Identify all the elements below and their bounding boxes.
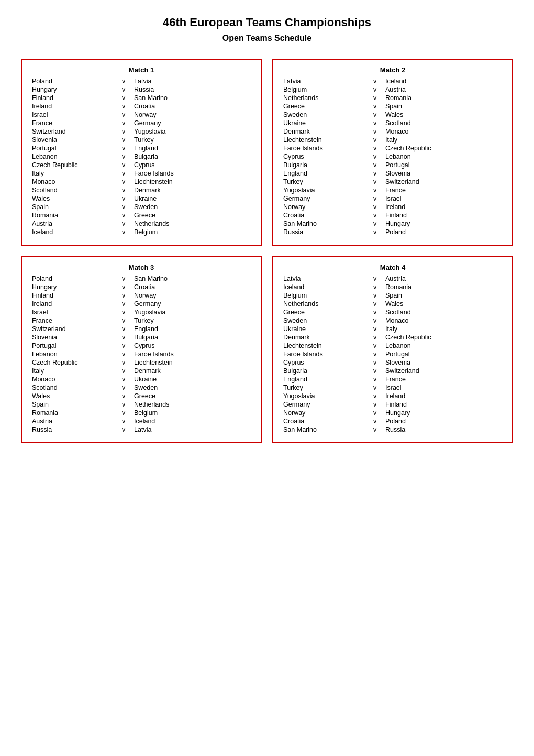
table-row: FinlandvNorway bbox=[30, 291, 252, 300]
team-home: Sweden bbox=[282, 316, 366, 325]
team-home: Faroe Islands bbox=[282, 144, 366, 152]
versus-separator: v bbox=[115, 203, 132, 211]
team-home: Denmark bbox=[282, 127, 366, 136]
team-home: Switzerland bbox=[30, 127, 115, 136]
team-away: Slovenia bbox=[384, 358, 504, 367]
versus-separator: v bbox=[366, 392, 384, 400]
team-away: Greece bbox=[132, 392, 252, 400]
team-home: Hungary bbox=[30, 85, 115, 94]
team-home: Austria bbox=[30, 220, 115, 228]
table-row: ScotlandvDenmark bbox=[30, 186, 252, 194]
table-row: EnglandvFrance bbox=[282, 375, 504, 384]
team-away: Lebanon bbox=[384, 342, 504, 350]
team-away: Greece bbox=[132, 211, 252, 220]
team-away: Finland bbox=[384, 400, 504, 409]
versus-separator: v bbox=[366, 228, 384, 236]
versus-separator: v bbox=[366, 275, 384, 283]
team-away: Hungary bbox=[384, 220, 504, 228]
table-row: ScotlandvSweden bbox=[30, 384, 252, 392]
table-row: WalesvGreece bbox=[30, 392, 252, 400]
versus-separator: v bbox=[115, 136, 132, 144]
team-away: Spain bbox=[384, 291, 504, 300]
match-box-3: Match 3PolandvSan MarinoHungaryvCroatiaF… bbox=[21, 256, 262, 443]
team-away: Poland bbox=[384, 228, 504, 236]
versus-separator: v bbox=[366, 283, 384, 291]
versus-separator: v bbox=[366, 409, 384, 417]
table-row: IcelandvRomania bbox=[282, 283, 504, 291]
team-home: Monaco bbox=[30, 375, 115, 384]
table-row: IrelandvCroatia bbox=[30, 102, 252, 111]
team-away: Croatia bbox=[132, 283, 252, 291]
versus-separator: v bbox=[115, 228, 132, 236]
team-home: Romania bbox=[30, 409, 115, 417]
versus-separator: v bbox=[115, 111, 132, 119]
team-home: Ireland bbox=[30, 300, 115, 308]
team-home: Monaco bbox=[30, 178, 115, 186]
versus-separator: v bbox=[366, 102, 384, 111]
versus-separator: v bbox=[366, 220, 384, 228]
team-away: Czech Republic bbox=[384, 144, 504, 152]
team-home: France bbox=[30, 316, 115, 325]
table-row: CroatiavPoland bbox=[282, 417, 504, 425]
table-row: CyprusvSlovenia bbox=[282, 358, 504, 367]
team-away: Russia bbox=[384, 425, 504, 434]
table-row: AustriavIceland bbox=[30, 417, 252, 425]
match-table-4: LatviavAustriaIcelandvRomaniaBelgiumvSpa… bbox=[282, 275, 504, 434]
team-away: Scotland bbox=[384, 119, 504, 127]
team-away: Monaco bbox=[384, 316, 504, 325]
table-row: TurkeyvIsrael bbox=[282, 384, 504, 392]
team-away: Poland bbox=[384, 417, 504, 425]
table-row: Faroe IslandsvCzech Republic bbox=[282, 144, 504, 152]
team-home: Israel bbox=[30, 308, 115, 316]
team-away: Scotland bbox=[384, 308, 504, 316]
team-away: Ukraine bbox=[132, 375, 252, 384]
versus-separator: v bbox=[366, 375, 384, 384]
versus-separator: v bbox=[115, 425, 132, 434]
table-row: RomaniavBelgium bbox=[30, 409, 252, 417]
versus-separator: v bbox=[366, 333, 384, 342]
table-row: HungaryvCroatia bbox=[30, 283, 252, 291]
team-home: Yugoslavia bbox=[282, 392, 366, 400]
team-home: Czech Republic bbox=[30, 161, 115, 169]
team-home: Denmark bbox=[282, 333, 366, 342]
table-row: GreecevScotland bbox=[282, 308, 504, 316]
team-away: Germany bbox=[132, 300, 252, 308]
team-away: Iceland bbox=[132, 417, 252, 425]
team-home: Scotland bbox=[30, 384, 115, 392]
table-row: San MarinovRussia bbox=[282, 425, 504, 434]
versus-separator: v bbox=[115, 119, 132, 127]
team-home: Turkey bbox=[282, 178, 366, 186]
page-title: 46th European Teams Championships bbox=[21, 16, 513, 29]
team-away: Portugal bbox=[384, 161, 504, 169]
team-away: San Marino bbox=[132, 275, 252, 283]
team-home: Poland bbox=[30, 275, 115, 283]
table-row: Czech RepublicvLiechtenstein bbox=[30, 358, 252, 367]
versus-separator: v bbox=[366, 384, 384, 392]
team-home: Norway bbox=[282, 203, 366, 211]
team-home: Germany bbox=[282, 194, 366, 203]
table-row: IsraelvNorway bbox=[30, 111, 252, 119]
table-row: NorwayvHungary bbox=[282, 409, 504, 417]
team-away: Switzerland bbox=[384, 367, 504, 375]
team-away: Bulgaria bbox=[132, 152, 252, 161]
team-away: Cyprus bbox=[132, 342, 252, 350]
team-away: Wales bbox=[384, 111, 504, 119]
team-away: Faroe Islands bbox=[132, 169, 252, 178]
table-row: PolandvLatvia bbox=[30, 77, 252, 85]
versus-separator: v bbox=[115, 325, 132, 333]
versus-separator: v bbox=[366, 194, 384, 203]
table-row: HungaryvRussia bbox=[30, 85, 252, 94]
versus-separator: v bbox=[366, 85, 384, 94]
match-title-3: Match 3 bbox=[30, 264, 252, 271]
table-row: PolandvSan Marino bbox=[30, 275, 252, 283]
versus-separator: v bbox=[366, 358, 384, 367]
team-home: Spain bbox=[30, 400, 115, 409]
team-home: Belgium bbox=[282, 85, 366, 94]
team-home: Greece bbox=[282, 308, 366, 316]
versus-separator: v bbox=[366, 178, 384, 186]
versus-separator: v bbox=[366, 203, 384, 211]
table-row: DenmarkvMonaco bbox=[282, 127, 504, 136]
table-row: FrancevTurkey bbox=[30, 316, 252, 325]
team-home: Portugal bbox=[30, 144, 115, 152]
team-away: Belgium bbox=[132, 228, 252, 236]
